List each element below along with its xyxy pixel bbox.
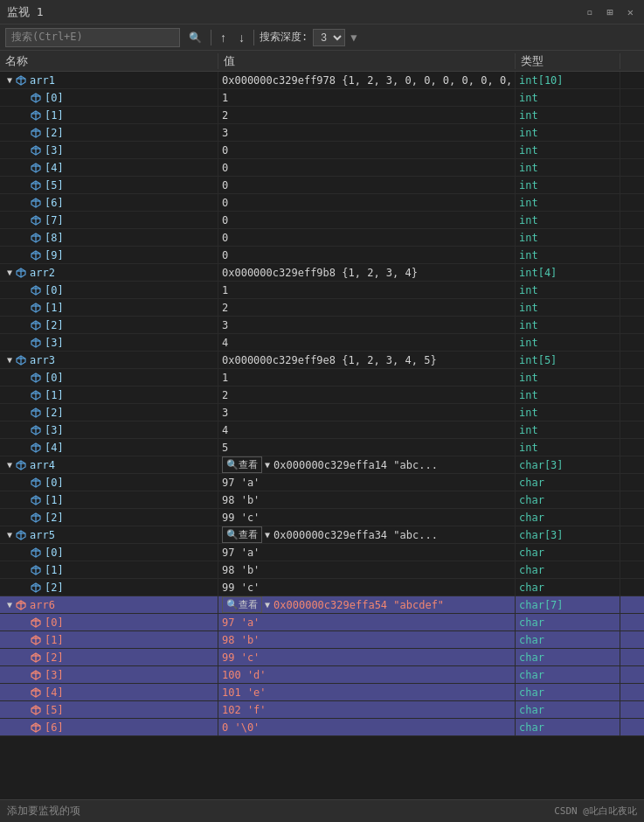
table-row[interactable]: ▼ arr4🔍查看▼0x000000c329effa14 "abc...char… bbox=[0, 456, 644, 474]
variable-value: 102 'f' bbox=[222, 704, 267, 716]
table-row[interactable]: [0]1int bbox=[0, 89, 644, 107]
variable-name: [4] bbox=[45, 162, 64, 174]
row-extra bbox=[620, 264, 644, 281]
variable-name: [1] bbox=[45, 494, 64, 506]
row-extra bbox=[620, 719, 644, 735]
table-row[interactable]: ▼ arr5🔍查看▼0x000000c329effa34 "abc...char… bbox=[0, 526, 644, 544]
up-arrow-button[interactable]: ↑ bbox=[217, 29, 230, 46]
table-row[interactable]: [4]101 'e'char bbox=[0, 684, 644, 701]
table-row[interactable]: ▼ arr30x000000c329eff9e8 {1, 2, 3, 4, 5}… bbox=[0, 352, 644, 369]
variable-icon bbox=[30, 214, 42, 226]
value-cell: 1 bbox=[218, 89, 516, 106]
table-row[interactable]: ▼ arr20x000000c329eff9b8 {1, 2, 3, 4}int… bbox=[0, 264, 644, 282]
expand-triangle[interactable]: ▼ bbox=[7, 75, 12, 85]
type-cell: int bbox=[516, 299, 620, 316]
value-cell: 1 bbox=[218, 282, 516, 298]
table-row[interactable]: [0]1int bbox=[0, 282, 644, 299]
table-row[interactable]: [1]98 'b'char bbox=[0, 491, 644, 509]
table-row[interactable]: [3]100 'd'char bbox=[0, 666, 644, 684]
table-row[interactable]: [5]0int bbox=[0, 177, 644, 194]
table-row[interactable]: ▼ arr10x000000c329eff978 {1, 2, 3, 0, 0,… bbox=[0, 72, 644, 89]
table-row[interactable]: [8]0int bbox=[0, 229, 644, 247]
value-cell: 0 bbox=[218, 212, 516, 228]
view-dropdown-icon[interactable]: ▼ bbox=[265, 530, 270, 540]
table-row[interactable]: [4]0int bbox=[0, 159, 644, 177]
table-row[interactable]: [2]99 'c'char bbox=[0, 579, 644, 596]
variable-icon bbox=[30, 144, 42, 157]
table-row[interactable]: [3]4int bbox=[0, 421, 644, 439]
table-row[interactable]: [7]0int bbox=[0, 212, 644, 229]
variable-name: [3] bbox=[45, 144, 64, 157]
view-dropdown-icon[interactable]: ▼ bbox=[265, 600, 270, 610]
expand-triangle[interactable]: ▼ bbox=[7, 268, 12, 277]
table-row[interactable]: [0]97 'a'char bbox=[0, 544, 644, 561]
table-row[interactable]: [1]98 'b'char bbox=[0, 561, 644, 579]
type-cell: int bbox=[516, 212, 620, 228]
close-button[interactable]: ✕ bbox=[624, 4, 637, 20]
down-arrow-button[interactable]: ↓ bbox=[235, 29, 248, 46]
float-button[interactable]: ⊞ bbox=[604, 4, 617, 20]
value-cell: 0x000000c329eff978 {1, 2, 3, 0, 0, 0, 0,… bbox=[218, 72, 516, 88]
table-row[interactable]: [0]1int bbox=[0, 369, 644, 387]
expand-triangle[interactable]: ▼ bbox=[7, 460, 12, 470]
row-extra bbox=[620, 89, 644, 106]
variable-value: 0 bbox=[222, 214, 228, 226]
table-row[interactable]: [6]0 '\0'char bbox=[0, 719, 644, 736]
variable-icon bbox=[30, 442, 42, 454]
search-box[interactable]: 搜索(Ctrl+E) bbox=[5, 28, 180, 47]
variable-value: 99 'c' bbox=[222, 512, 260, 524]
variable-icon bbox=[15, 354, 27, 366]
table-row[interactable]: [1]2int bbox=[0, 387, 644, 404]
expand-triangle[interactable]: ▼ bbox=[7, 355, 12, 365]
expand-triangle[interactable]: ▼ bbox=[7, 600, 12, 610]
expand-triangle[interactable]: ▼ bbox=[7, 530, 12, 540]
table-row[interactable]: [3]4int bbox=[0, 334, 644, 352]
depth-dropdown-icon[interactable]: ▼ bbox=[350, 31, 357, 44]
view-button[interactable]: 🔍查看 bbox=[222, 456, 262, 473]
name-cell: [3] bbox=[0, 421, 218, 438]
depth-select[interactable]: 3 1 2 4 5 bbox=[313, 29, 345, 46]
value-cell: 3 bbox=[218, 124, 516, 141]
table-row[interactable]: [2]3int bbox=[0, 317, 644, 334]
variable-value: 98 'b' bbox=[222, 564, 260, 576]
table-row[interactable]: [1]2int bbox=[0, 299, 644, 317]
type-cell: int bbox=[516, 159, 620, 176]
type-cell: int bbox=[516, 247, 620, 263]
row-extra bbox=[620, 666, 644, 683]
table-row[interactable]: [5]102 'f'char bbox=[0, 701, 644, 719]
table-row[interactable]: [9]0int bbox=[0, 247, 644, 264]
variable-value: 0x000000c329effa14 "abc... bbox=[274, 459, 438, 471]
variable-value: 2 bbox=[222, 389, 228, 401]
table-row[interactable]: [6]0int bbox=[0, 194, 644, 212]
variable-value: 3 bbox=[222, 127, 228, 139]
type-cell: char bbox=[516, 666, 620, 683]
view-dropdown-icon[interactable]: ▼ bbox=[265, 460, 270, 470]
table-row[interactable]: [2]3int bbox=[0, 404, 644, 421]
watch-list[interactable]: ▼ arr10x000000c329eff978 {1, 2, 3, 0, 0,… bbox=[0, 72, 644, 799]
table-row[interactable]: [2]99 'c'char bbox=[0, 509, 644, 526]
view-button[interactable]: 🔍查看 bbox=[222, 596, 262, 613]
search-icon[interactable]: 🔍 bbox=[185, 30, 205, 45]
table-row[interactable]: [2]3int bbox=[0, 124, 644, 142]
table-row[interactable]: [0]97 'a'char bbox=[0, 614, 644, 631]
table-row[interactable]: [0]97 'a'char bbox=[0, 474, 644, 491]
view-button[interactable]: 🔍查看 bbox=[222, 526, 262, 543]
value-cell: 100 'd' bbox=[218, 666, 516, 683]
variable-value: 98 'b' bbox=[222, 494, 260, 506]
variable-name: [0] bbox=[45, 547, 64, 559]
table-row[interactable]: [2]99 'c'char bbox=[0, 649, 644, 666]
table-row[interactable]: ▼ arr6🔍查看▼0x000000c329effa54 "abcdef"cha… bbox=[0, 596, 644, 614]
row-extra bbox=[620, 544, 644, 561]
variable-name: [5] bbox=[45, 179, 64, 192]
table-row[interactable]: [1]98 'b'char bbox=[0, 631, 644, 649]
variable-icon bbox=[30, 494, 42, 506]
table-row[interactable]: [1]2int bbox=[0, 107, 644, 124]
row-extra bbox=[620, 159, 644, 176]
pin-button[interactable]: ▫ bbox=[583, 4, 596, 20]
type-cell: char[3] bbox=[516, 456, 620, 473]
table-row[interactable]: [3]0int bbox=[0, 142, 644, 159]
add-watch-item[interactable]: 添加要监视的项 bbox=[7, 804, 80, 819]
table-row[interactable]: [4]5int bbox=[0, 439, 644, 456]
value-cell: 0 '\0' bbox=[218, 719, 516, 735]
variable-name: [2] bbox=[45, 319, 64, 331]
